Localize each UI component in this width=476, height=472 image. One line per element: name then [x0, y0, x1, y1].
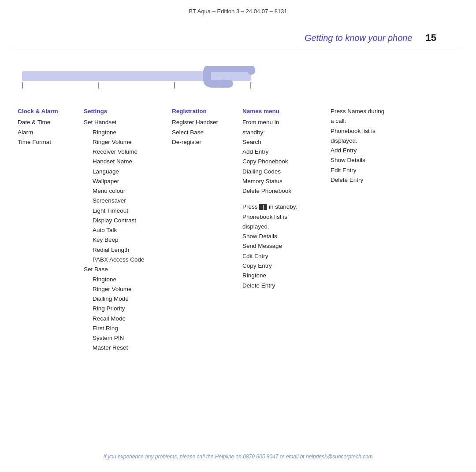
col5-delete-entry-2: Delete Entry — [331, 175, 410, 185]
col5-add-entry-2: Add Entry — [331, 146, 410, 155]
col2-set-base: Set Base — [84, 265, 163, 274]
col4-add-entry-1: Add Entry — [242, 147, 322, 157]
footer-text: If you experience any problems, please c… — [103, 454, 372, 460]
col2-set-handset: Set Handset — [84, 118, 163, 127]
col2-screensaver: Screensaver — [84, 196, 163, 206]
col4-search: Search — [242, 137, 322, 147]
content-area: Clock & Alarm Date & Time Alarm Time For… — [0, 102, 476, 362]
col4-from-menu: From menu in — [242, 118, 322, 127]
col3-de-register: De-register — [172, 137, 234, 147]
column-press-names: Press Names during a call: Phonebook lis… — [326, 107, 414, 353]
tick-4 — [250, 82, 251, 88]
col2-master-reset: Master Reset — [84, 343, 163, 353]
col2-ringer-vol-1: Ringer Volume — [84, 137, 163, 147]
col5-phonebook-list-2: Phonebook list is — [331, 126, 410, 136]
col5-edit-entry-2: Edit Entry — [331, 166, 410, 175]
col2-ringtone-1: Ringtone — [84, 128, 163, 137]
col4-delete-phonebook: Delete Phonebook — [242, 186, 322, 196]
col2-first-ring: First Ring — [84, 324, 163, 333]
col2-pabx-access: PABX Access Code — [84, 255, 163, 265]
col1-item-2: Alarm — [18, 128, 75, 137]
col4-copy-entry: Copy Entry — [242, 261, 322, 271]
footer: If you experience any problems, please c… — [0, 454, 476, 460]
col1-item-1: Date & Time — [18, 118, 75, 127]
tick-1 — [22, 82, 23, 88]
col2-system-pin: System PIN — [84, 333, 163, 343]
col5-show-details-2: Show Details — [331, 155, 410, 165]
col4-standby: standby: — [242, 128, 322, 137]
col4-press-standby: Press in standby: — [242, 202, 322, 212]
col5-a-call: a call: — [331, 116, 410, 126]
col4-copy-phonebook: Copy Phonebook — [242, 157, 322, 166]
col1-heading: Clock & Alarm — [18, 107, 75, 116]
col2-key-beep: Key Beep — [84, 235, 163, 245]
col2-language: Language — [84, 167, 163, 177]
arrow-diagram — [13, 58, 463, 98]
column-clock-alarm: Clock & Alarm Date & Time Alarm Time For… — [13, 107, 79, 353]
col4-show-details-1: Show Details — [242, 232, 322, 241]
page-number: 15 — [426, 32, 436, 44]
col3-select-base: Select Base — [172, 128, 234, 137]
col2-wallpaper: Wallpaper — [84, 177, 163, 186]
book-icon — [259, 204, 267, 210]
chapter-title: Getting to know your phone — [305, 33, 413, 43]
col2-display-contrast: Display Contrast — [84, 216, 163, 225]
col2-recall-mode: Recall Mode — [84, 314, 163, 324]
col2-light-timeout: Light Timeout — [84, 206, 163, 216]
col2-redial-length: Redial Length — [84, 245, 163, 255]
col1-item-3: Time Format — [18, 137, 75, 147]
tick-3 — [174, 82, 175, 88]
col4-edit-entry-1: Edit Entry — [242, 251, 322, 261]
col2-menu-colour: Menu colour — [84, 186, 163, 196]
col2-dialling-mode: Dialling Mode — [84, 294, 163, 304]
column-names-menu: Names menu From menu in standby: Search … — [238, 107, 326, 353]
col4-heading: Names menu — [242, 107, 322, 116]
col2-ringtone-2: Ringtone — [84, 275, 163, 284]
col3-register-handset: Register Handset — [172, 118, 234, 127]
col4-phonebook-list-1: Phonebook list is — [242, 212, 322, 222]
col2-ring-priority: Ring Priority — [84, 304, 163, 313]
col2-auto-talk: Auto Talk — [84, 225, 163, 235]
col4-displayed-1: displayed. — [242, 222, 322, 232]
col2-heading: Settings — [84, 107, 163, 116]
col4-memory-status: Memory Status — [242, 177, 322, 186]
col3-heading: Registration — [172, 107, 234, 116]
col4-dialling-codes: Dialling Codes — [242, 167, 322, 177]
col4-ringtone-1: Ringtone — [242, 271, 322, 280]
page-header: BT Aqua – Edition 3 – 24.04.07 – 8131 — [0, 0, 476, 15]
col2-handset-name: Handset Name — [84, 157, 163, 166]
header-title: BT Aqua – Edition 3 – 24.04.07 – 8131 — [189, 8, 287, 15]
col5-displayed-2: displayed. — [331, 136, 410, 146]
column-settings: Settings Set Handset Ringtone Ringer Vol… — [79, 107, 167, 353]
tick-2 — [98, 82, 99, 88]
column-registration: Registration Register Handset Select Bas… — [167, 107, 238, 353]
col4-send-message: Send Message — [242, 241, 322, 251]
col2-receiver-vol: Receiver Volume — [84, 147, 163, 157]
col5-press-names: Press Names during — [331, 107, 410, 116]
col2-ringer-vol-2: Ringer Volume — [84, 284, 163, 294]
tick-marks — [22, 82, 251, 88]
col4-delete-entry-1: Delete Entry — [242, 281, 322, 291]
chapter-header: Getting to know your phone 15 — [13, 15, 463, 49]
